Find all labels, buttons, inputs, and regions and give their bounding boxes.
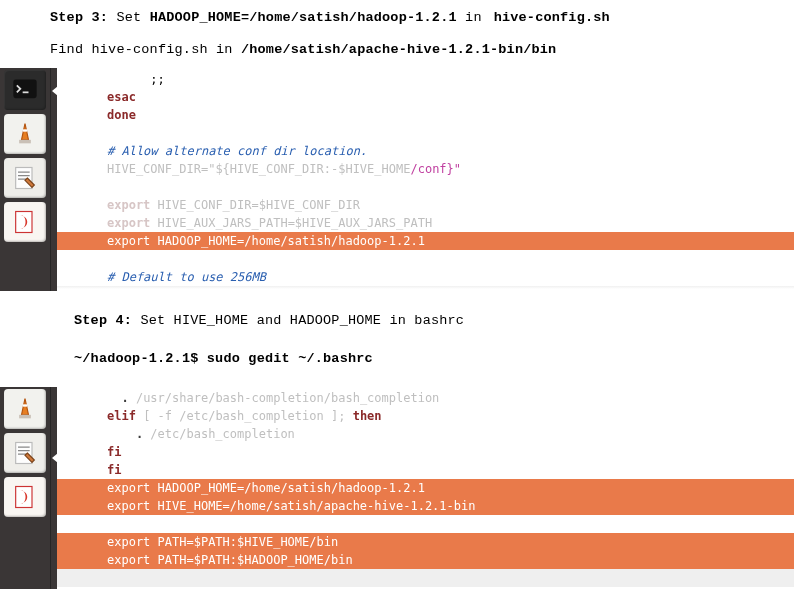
- launcher-2: [0, 387, 51, 589]
- dot-1: .: [107, 391, 129, 405]
- step3-in: in: [457, 10, 490, 25]
- editor-2[interactable]: . /usr/share/bash-completion/bash_comple…: [57, 387, 794, 589]
- step3-label: Step 3:: [50, 10, 108, 25]
- step4-cmd-block: ~/hadoop-1.2.1$ sudo gedit ~/.bashrc: [0, 335, 794, 373]
- blank-line-2: [63, 178, 788, 196]
- export-path-hive: export PATH=$PATH:$HIVE_HOME/bin: [63, 533, 788, 551]
- step4-cmd: ~/hadoop-1.2.1$ sudo gedit ~/.bashrc: [74, 351, 373, 366]
- find-path: /home/satish/apache-hive-1.2.1-bin/bin: [241, 42, 556, 57]
- step4-label: Step 4:: [74, 313, 132, 328]
- vlc-icon-2[interactable]: [4, 389, 46, 429]
- blank-line-b: [63, 515, 788, 533]
- launcher-1: [0, 68, 51, 291]
- path-1: /usr/share/bash-completion/bash_completi…: [129, 391, 440, 405]
- kw-esac: esac: [107, 90, 136, 104]
- code-line: ;;: [63, 70, 788, 88]
- step4-block: Step 4: Set HIVE_HOME and HADOOP_HOME in…: [0, 303, 794, 335]
- assign-var: HIVE_CONF_DIR=: [107, 162, 208, 176]
- step3-block: Step 3: Set HADOOP_HOME=/home/satish/had…: [0, 0, 794, 32]
- step4-text: Set HIVE_HOME and HADOOP_HOME in bashrc: [132, 313, 464, 328]
- blank-line: [63, 124, 788, 142]
- assign-tail: /conf}": [410, 162, 461, 176]
- pdf-reader-icon[interactable]: [4, 202, 46, 242]
- find-block: Find hive-config.sh in /home/satish/apac…: [0, 32, 794, 64]
- text-editor-icon-2[interactable]: [4, 433, 46, 473]
- svg-rect-8: [16, 486, 32, 507]
- svg-rect-1: [19, 140, 31, 144]
- kw-fi-1: fi: [107, 445, 121, 459]
- kw-done: done: [107, 108, 136, 122]
- kw-fi-2: fi: [107, 463, 121, 477]
- find-mid: in: [208, 42, 241, 57]
- export-path-hadoop: export PATH=$PATH:$HADOOP_HOME/bin: [63, 551, 788, 569]
- kw-elif: elif: [107, 409, 136, 423]
- page: Step 3: Set HADOOP_HOME=/home/satish/had…: [0, 0, 794, 589]
- comment-2: # Default to use 256MB: [107, 270, 273, 284]
- find-file1: hive-config.sh: [92, 42, 208, 57]
- screenshot-1: ;; esac done # Allow alternate conf dir …: [0, 68, 794, 291]
- pdf-reader-icon-2[interactable]: [4, 477, 46, 517]
- terminal-icon[interactable]: [4, 70, 46, 110]
- text-editor-icon[interactable]: [4, 158, 46, 198]
- svg-rect-0: [13, 79, 36, 98]
- svg-rect-5: [19, 414, 31, 418]
- dot-2: .: [107, 427, 143, 441]
- kw-export-1: export: [107, 198, 150, 212]
- export-hadoop-home-2: export HADOOP_HOME=/home/satish/hadoop-1…: [63, 479, 788, 497]
- blank-line-3: [63, 250, 788, 268]
- screenshot-2: . /usr/share/bash-completion/bash_comple…: [0, 387, 794, 589]
- step3-file: hive-config.sh: [494, 10, 610, 25]
- assign-val: "${HIVE_CONF_DIR:-$HIVE_HOME: [208, 162, 410, 176]
- export-hadoop-home: export HADOOP_HOME=/home/satish/hadoop-1…: [63, 232, 788, 250]
- elif-cond: [ -f /etc/bash_completion ];: [136, 409, 353, 423]
- step3-assign: HADOOP_HOME=/home/satish/hadoop-1.2.1: [150, 10, 457, 25]
- svg-rect-6: [23, 404, 27, 406]
- step3-set: Set: [108, 10, 150, 25]
- find-prefix: Find: [50, 42, 92, 57]
- svg-rect-2: [23, 129, 27, 131]
- comment-1: # Allow alternate conf dir location.: [107, 144, 367, 158]
- trailing-line: [57, 569, 794, 587]
- export-1-body: HIVE_CONF_DIR=$HIVE_CONF_DIR: [150, 198, 360, 212]
- vlc-icon[interactable]: [4, 114, 46, 154]
- path-2: /etc/bash_completion: [143, 427, 295, 441]
- gradient-separator: [57, 286, 794, 289]
- export-hive-home: export HIVE_HOME=/home/satish/apache-hiv…: [63, 497, 788, 515]
- svg-rect-4: [16, 211, 32, 232]
- editor-1[interactable]: ;; esac done # Allow alternate conf dir …: [57, 68, 794, 291]
- kw-export-2: export: [107, 216, 150, 230]
- kw-then: then: [353, 409, 382, 423]
- export-2-body: HIVE_AUX_JARS_PATH=$HIVE_AUX_JARS_PATH: [150, 216, 432, 230]
